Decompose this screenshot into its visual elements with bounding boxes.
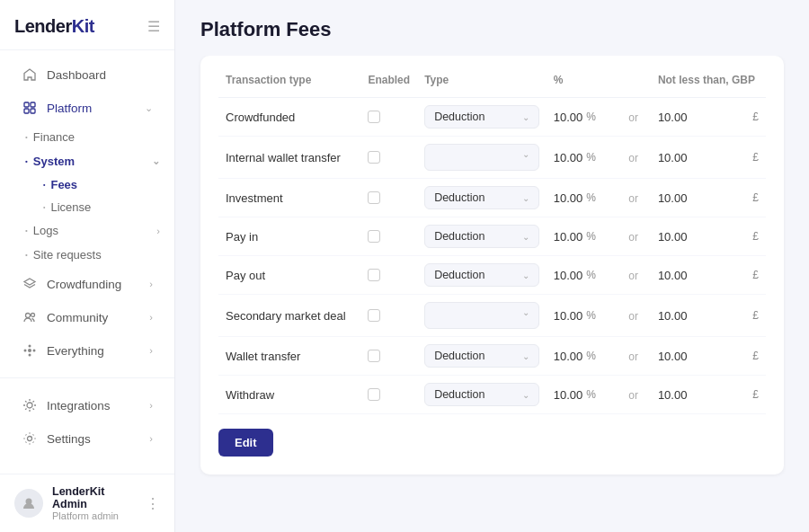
- platform-submenu: Finance System ⌄ Fees License Logs › Sit…: [11, 125, 174, 267]
- type-select-empty[interactable]: ⌄: [424, 302, 539, 329]
- sidebar-item-community[interactable]: Community ›: [7, 301, 167, 333]
- system-submenu: Fees License: [29, 173, 174, 218]
- fees-table-container: Transaction type Enabled Type % Not less…: [200, 56, 784, 474]
- type-select[interactable]: Deduction⌄: [424, 383, 539, 406]
- sidebar-item-crowdfunding[interactable]: Crowdfunding ›: [7, 268, 167, 300]
- sidebar-item-label: Dashboard: [47, 68, 153, 82]
- percent-value: 10.00: [554, 151, 583, 164]
- or-text: or: [628, 350, 638, 363]
- chevron-down-icon: ⌄: [522, 351, 529, 361]
- sidebar-item-integrations[interactable]: Integrations ›: [7, 389, 167, 421]
- col-header-or: [616, 74, 651, 98]
- sidebar-item-logs[interactable]: Logs ›: [11, 218, 174, 243]
- sidebar-item-settings[interactable]: Settings ›: [7, 422, 167, 455]
- enabled-checkbox[interactable]: [368, 111, 380, 123]
- sidebar-item-site-requests[interactable]: Site requests: [11, 243, 174, 267]
- app-logo: LenderKit: [14, 16, 94, 37]
- type-select[interactable]: Deduction⌄: [424, 225, 539, 248]
- percent-sign: %: [586, 269, 596, 281]
- tx-name-cell: Wallet transfer: [218, 337, 360, 376]
- enabled-cell: [360, 256, 417, 295]
- tx-name: Investment: [226, 191, 283, 205]
- gbp-cell: 10.00£: [651, 179, 766, 217]
- percent-sign: %: [586, 191, 596, 204]
- community-icon: [22, 309, 38, 325]
- enabled-checkbox[interactable]: [368, 230, 380, 243]
- type-select-value: Deduction: [434, 350, 485, 362]
- sidebar-item-finance[interactable]: Finance: [11, 125, 174, 149]
- type-select[interactable]: Deduction⌄: [424, 105, 539, 129]
- col-header-type: Type: [417, 74, 547, 98]
- gbp-cell: 10.00£: [651, 137, 766, 179]
- svg-point-9: [29, 345, 31, 348]
- sidebar-item-system[interactable]: System ⌄: [11, 149, 174, 173]
- gbp-sign: £: [752, 111, 759, 123]
- col-header-not-less: Not less than, GBP: [651, 74, 766, 98]
- enabled-checkbox[interactable]: [368, 388, 380, 401]
- gbp-cell: 10.00£: [651, 376, 766, 414]
- chevron-right-icon: ›: [149, 400, 153, 411]
- user-name: LenderKit Admin: [52, 485, 137, 510]
- tx-name: Wallet transfer: [226, 350, 300, 363]
- tx-name-cell: Pay out: [218, 256, 360, 295]
- percent-sign: %: [586, 230, 596, 243]
- fees-table: Transaction type Enabled Type % Not less…: [218, 74, 766, 414]
- enabled-checkbox[interactable]: [368, 309, 380, 322]
- enabled-cell: [360, 217, 417, 256]
- gbp-value: 10.00: [658, 350, 688, 363]
- sidebar-item-label: Community: [47, 311, 140, 324]
- user-info: LenderKit Admin Platform admin: [52, 485, 137, 521]
- or-cell: or: [616, 295, 651, 337]
- percent-value: 10.00: [554, 191, 583, 205]
- type-cell: Deduction⌄: [417, 337, 547, 376]
- or-text: or: [628, 310, 638, 323]
- or-cell: or: [616, 376, 651, 414]
- chevron-down-icon: ⌄: [522, 307, 529, 317]
- col-header-tx-type: Transaction type: [218, 74, 360, 98]
- edit-button[interactable]: Edit: [218, 429, 273, 457]
- enabled-checkbox[interactable]: [368, 350, 380, 362]
- menu-toggle-icon[interactable]: ☰: [147, 18, 160, 35]
- col-header-percent: %: [547, 74, 616, 98]
- enabled-cell: [360, 137, 417, 179]
- gbp-cell: 10.00£: [651, 295, 766, 337]
- table-row: CrowdfundedDeduction⌄10.00%or10.00£: [218, 98, 766, 137]
- gbp-sign: £: [752, 230, 759, 243]
- enabled-cell: [360, 295, 417, 337]
- sidebar-item-fees[interactable]: Fees: [29, 173, 174, 196]
- percent-cell: 10.00%: [547, 217, 616, 256]
- svg-point-8: [33, 350, 36, 352]
- gbp-cell: 10.00£: [651, 98, 766, 137]
- sidebar-item-license[interactable]: License: [29, 196, 174, 218]
- or-text: or: [628, 231, 638, 244]
- sidebar-item-label: Everything: [47, 344, 140, 358]
- gbp-value: 10.00: [658, 191, 688, 205]
- gbp-sign: £: [752, 350, 759, 362]
- tx-name: Withdraw: [226, 388, 274, 402]
- enabled-checkbox[interactable]: [368, 151, 380, 164]
- or-text: or: [628, 389, 638, 402]
- sidebar-item-everything[interactable]: Everything ›: [7, 334, 167, 367]
- or-text: or: [628, 152, 638, 164]
- svg-point-10: [29, 354, 31, 357]
- gbp-value: 10.00: [658, 388, 688, 402]
- user-menu-icon[interactable]: ⋮: [146, 495, 160, 512]
- type-select[interactable]: Deduction⌄: [424, 263, 539, 287]
- or-cell: or: [616, 217, 651, 256]
- enabled-checkbox[interactable]: [368, 269, 380, 281]
- gbp-sign: £: [752, 388, 759, 401]
- or-text: or: [628, 111, 638, 124]
- sidebar-item-platform[interactable]: Platform ⌄: [7, 92, 167, 124]
- type-select[interactable]: Deduction⌄: [424, 186, 539, 209]
- enabled-cell: [360, 98, 417, 137]
- svg-point-12: [28, 437, 32, 441]
- or-cell: or: [616, 337, 651, 376]
- sidebar-item-dashboard[interactable]: Dashboard: [7, 58, 167, 91]
- enabled-checkbox[interactable]: [368, 191, 380, 204]
- type-select-empty[interactable]: ⌄: [424, 144, 539, 171]
- type-select-value: Deduction: [434, 388, 485, 401]
- percent-cell: 10.00%: [547, 179, 616, 217]
- type-select[interactable]: Deduction⌄: [424, 344, 539, 368]
- tx-name-cell: Crowdfunded: [218, 98, 360, 137]
- sidebar: LenderKit ☰ Dashboard Platform ⌄ Finance…: [0, 0, 175, 532]
